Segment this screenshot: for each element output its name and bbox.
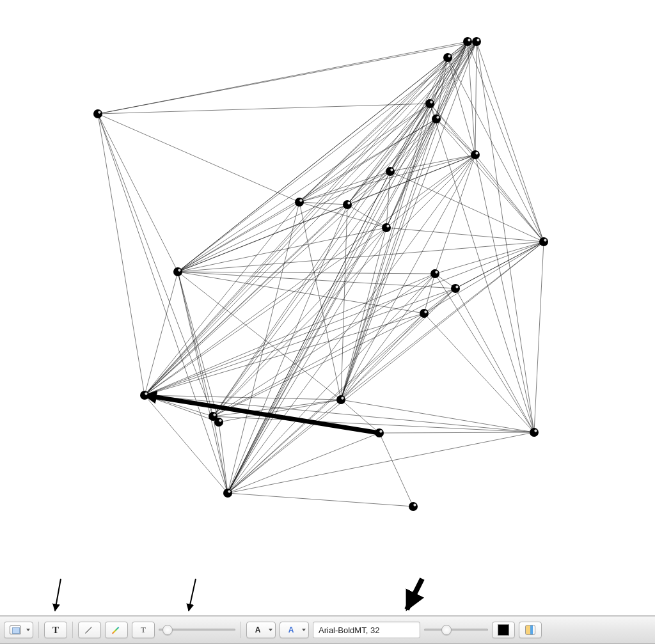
graph-node[interactable] — [173, 267, 182, 276]
graph-node[interactable] — [409, 502, 418, 511]
graph-edge — [178, 272, 435, 274]
graph-node[interactable] — [443, 53, 452, 62]
graph-edge — [299, 104, 430, 202]
graph-node[interactable] — [530, 428, 539, 437]
graph-node[interactable] — [295, 198, 304, 207]
graph-node[interactable] — [336, 395, 345, 404]
edge-style-rainbow-button[interactable] — [105, 622, 128, 638]
graph-node[interactable] — [386, 167, 395, 176]
graph-node[interactable] — [432, 114, 441, 123]
label-size-slider[interactable] — [424, 624, 488, 636]
edge-style-plain-button[interactable] — [78, 622, 101, 638]
graph-edge — [341, 104, 430, 400]
graph-node[interactable] — [463, 37, 472, 46]
font-decrease-button[interactable]: A — [246, 622, 276, 638]
slider-thumb[interactable] — [162, 625, 173, 635]
screenshot-button[interactable] — [4, 622, 33, 638]
graph-edge — [341, 274, 435, 400]
graph-node-highlight — [534, 429, 537, 432]
graph-edge — [430, 104, 544, 242]
graph-node-highlight — [475, 152, 478, 154]
graph-edge — [213, 274, 435, 416]
color-swatch-button[interactable] — [492, 622, 515, 638]
graph-node-highlight — [435, 271, 438, 273]
graph-edge — [145, 171, 390, 395]
color-mode-button[interactable] — [519, 622, 542, 638]
graph-edge — [430, 104, 534, 432]
graph-edge — [213, 313, 424, 416]
graph-edge — [228, 432, 534, 493]
graph-node-highlight — [390, 168, 393, 171]
graph-node[interactable] — [140, 391, 149, 400]
graph-node[interactable] — [375, 428, 384, 437]
graph-canvas[interactable] — [0, 0, 655, 615]
graph-edge — [145, 104, 430, 395]
graph-edge — [468, 42, 544, 242]
chevron-down-icon — [302, 629, 306, 631]
graph-edge — [228, 104, 430, 493]
separator — [38, 622, 39, 638]
graph-edge — [475, 42, 477, 155]
graph-node[interactable] — [425, 99, 434, 108]
graph-edge — [390, 42, 477, 171]
text-tool-button[interactable]: T — [44, 622, 67, 638]
graph-node[interactable] — [382, 223, 391, 232]
node-size-slider[interactable] — [159, 624, 235, 636]
graph-node[interactable] — [451, 284, 460, 293]
graph-node-highlight — [228, 490, 230, 492]
graph-node-highlight — [98, 111, 100, 113]
graph-edge — [534, 242, 544, 432]
graph-edge — [228, 171, 390, 493]
graph-node-highlight — [436, 116, 439, 118]
graph-node-highlight — [477, 38, 479, 41]
graph-edge — [435, 155, 475, 274]
graph-node[interactable] — [430, 269, 439, 278]
graph-node[interactable] — [93, 109, 102, 118]
graph-edge — [341, 42, 477, 400]
graph-edge — [219, 422, 228, 493]
graph-edge — [178, 171, 390, 272]
graph-edge — [228, 119, 436, 493]
label-tool-button[interactable]: T — [132, 622, 155, 638]
graph-edge — [98, 114, 145, 395]
graph-edge — [436, 58, 448, 119]
font-display[interactable]: Arial-BoldMT, 32 — [313, 622, 420, 638]
graph-node-highlight — [379, 430, 382, 432]
graph-edge — [436, 119, 475, 155]
graph-edge — [228, 288, 455, 493]
graph-node-highlight — [468, 38, 470, 41]
graph-edge — [228, 242, 544, 493]
separator — [241, 622, 241, 638]
graph-node-highlight — [386, 224, 389, 227]
font-increase-button[interactable]: A — [280, 622, 309, 638]
text-bold-icon: T — [52, 625, 59, 636]
graph-edge — [145, 119, 436, 395]
graph-edge — [475, 155, 544, 242]
graph-edge — [98, 114, 213, 416]
graph-node-highlight — [424, 310, 427, 313]
font-display-label: Arial-BoldMT, 32 — [319, 625, 379, 635]
graph-edge — [390, 104, 430, 171]
slider-thumb[interactable] — [441, 625, 452, 635]
graph-node[interactable] — [472, 37, 481, 46]
graph-edge — [213, 416, 228, 493]
graph-node[interactable] — [214, 418, 223, 427]
graph-edge — [98, 104, 430, 114]
graph-edge — [455, 288, 534, 432]
graph-edge — [386, 228, 544, 242]
graph-node[interactable] — [539, 237, 548, 246]
graph-edge — [178, 242, 544, 272]
graph-edge — [341, 228, 386, 400]
graph-node[interactable] — [223, 489, 232, 498]
font-decrease-icon: A — [255, 625, 261, 634]
graph-edge — [435, 274, 534, 432]
graph-node[interactable] — [471, 150, 480, 159]
graph-edge — [145, 395, 228, 493]
graph-node[interactable] — [343, 200, 352, 209]
graph-node-highlight — [341, 397, 343, 399]
graph-node-highlight — [178, 269, 180, 271]
graph-edge — [379, 432, 534, 433]
font-increase-icon: A — [288, 625, 294, 634]
graph-node[interactable] — [420, 309, 429, 318]
graph-edge — [178, 272, 213, 416]
